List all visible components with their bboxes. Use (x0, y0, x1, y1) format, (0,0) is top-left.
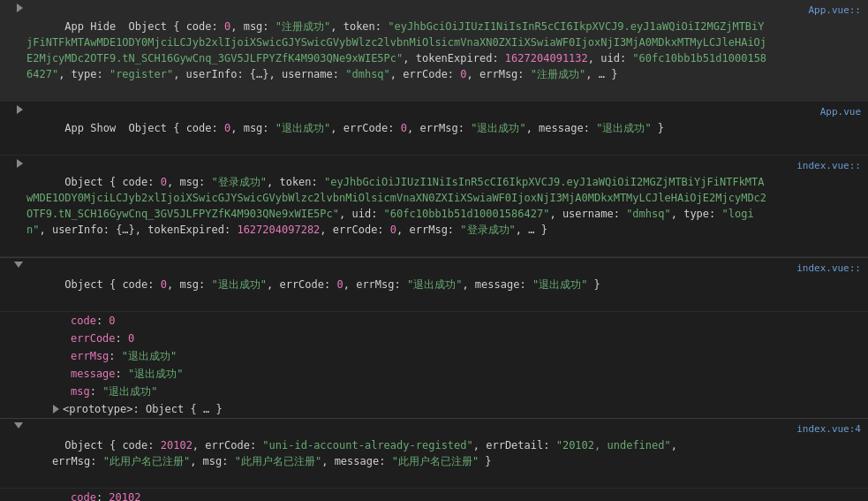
prop-row4-code-content: code: 0 (0, 312, 116, 330)
prop-val-msg: "退出成功" (102, 385, 157, 398)
colon5-1: : (96, 491, 109, 501)
colon2: : (116, 332, 128, 345)
r5v6: "20102, undefined" (556, 439, 671, 452)
proto-label-row4: <prototype>: Object { … } (63, 401, 223, 417)
prop-row4-proto-content: <prototype>: Object { … } (0, 400, 223, 418)
val15: 0 (460, 68, 466, 80)
colon3: : (109, 350, 121, 362)
r3v10: "dmhsq" (626, 208, 671, 220)
r2v2: , msg: (230, 122, 275, 134)
row4-props: code: 0 errCode: 0 errMsg: "退出成功" messag… (0, 312, 868, 418)
toggle-row4[interactable] (0, 258, 26, 268)
prop-val-code: 0 (109, 315, 115, 327)
source-row2: App.vue (771, 102, 868, 123)
source-row4: index.vue:: (771, 258, 868, 279)
collapse-icon-row2 (17, 105, 23, 114)
content-row4: Object { code: 0, msg: "退出成功", errCode: … (26, 258, 771, 311)
r2v3: "退出成功" (275, 122, 330, 134)
r2v9: "退出成功" (596, 122, 651, 134)
prop-row4-msg-content: msg: "退出成功" (0, 383, 158, 400)
r2v6: , errMsg: (407, 122, 471, 134)
r3v15: , errCode: (320, 224, 389, 236)
val6: , tokenExpired: (403, 52, 505, 65)
console-row-1: App Hide Object { code: 0, msg: "注册成功", … (0, 0, 868, 102)
obj-row2: Object { code: (129, 122, 224, 134)
val13: "dmhsq" (345, 68, 390, 80)
prop-key-errMsg: errMsg (71, 350, 109, 362)
r3v2: 0 (161, 176, 167, 188)
content-row2: App Show Object { code: 0, msg: "退出成功", … (26, 102, 771, 155)
r2v10: } (652, 122, 664, 134)
prop-val-errMsg: "退出成功" (122, 350, 177, 362)
r3v14: 1627204097282 (237, 224, 320, 236)
toggle-row5[interactable] (0, 419, 26, 429)
r4v7: "退出成功" (407, 278, 462, 291)
r5v3: , errCode: (192, 439, 262, 452)
r3v11: , type: (671, 208, 722, 220)
r5v5: , errDetail: (473, 439, 556, 452)
val10: , type: (58, 68, 109, 80)
val14: , errCode: (390, 68, 460, 80)
prop-row4-errMsg-content: errMsg: "退出成功" (0, 347, 177, 365)
r5v13: } (479, 455, 491, 467)
toggle-row3[interactable] (0, 156, 26, 168)
r5v12: "此用户名已注册" (392, 455, 479, 467)
expand-icon-row4 (14, 262, 23, 268)
prop-row4-errCode: errCode: 0 (0, 330, 868, 347)
prop-row4-code: code: 0 (0, 312, 868, 330)
r4v4: , errCode: (267, 278, 336, 291)
prop-key-msg: msg (71, 385, 90, 398)
r4v1: 0 (161, 278, 167, 291)
prop-key-code: code (71, 315, 96, 327)
r3v13: , userInfo: {…}, tokenExpired: (39, 224, 237, 236)
r3v8: "60fc10bb1b51d10001586427" (384, 208, 550, 220)
toggle-row1[interactable] (0, 0, 26, 12)
source-row3: index.vue:: (771, 156, 868, 177)
prefix-row1: App Hide (64, 20, 128, 33)
console-row-2: App Show Object { code: 0, msg: "退出成功", … (0, 102, 868, 156)
val7: 1627204091132 (505, 52, 588, 65)
proto-icon-row4 (53, 405, 59, 414)
r5v4: "uni-id-account-already-registed" (262, 439, 472, 452)
prop-row4-errCode-content: errCode: 0 (0, 330, 134, 347)
colon1: : (96, 315, 109, 327)
r5v10: "此用户名已注册" (235, 455, 321, 467)
val3: "注册成功" (275, 20, 330, 33)
prop-key-errCode: errCode (71, 332, 116, 345)
console-row-4-header: Object { code: 0, msg: "退出成功", errCode: … (0, 257, 868, 312)
val16: , errMsg: (467, 68, 531, 80)
prop-row5-code: code: 20102 (0, 489, 868, 501)
val12: , userInfo: {…}, username: (173, 68, 345, 80)
val4: , token: (330, 20, 388, 33)
r4v3: "退出成功" (212, 278, 267, 291)
prop-row4-msg: msg: "退出成功" (0, 383, 868, 400)
r5v11: , message: (321, 455, 391, 467)
r5v2: 20102 (161, 439, 192, 452)
source-row1: App.vue:: (771, 0, 868, 21)
r4v6: , errMsg: (343, 278, 407, 291)
console-row-3: Object { code: 0, msg: "登录成功", token: "e… (0, 156, 868, 257)
r3v17: , errMsg: (396, 224, 460, 236)
r3v16: 0 (390, 224, 396, 236)
content-row1: App Hide Object { code: 0, msg: "注册成功", … (26, 0, 771, 101)
row5-props: code: 20102 errCode: "uni-id-account-alr… (0, 489, 868, 501)
collapse-icon-row3 (17, 159, 23, 168)
console-row-5-header: Object { code: 20102, errCode: "uni-id-a… (0, 418, 868, 489)
prop-row4-proto: <prototype>: Object { … } (0, 400, 868, 418)
r5v9: , msg: (190, 455, 235, 467)
r4v5: 0 (336, 278, 343, 291)
val8: , uid: (588, 52, 633, 65)
r4v9: "退出成功" (532, 278, 587, 291)
r5v8: "此用户名已注册" (103, 455, 190, 467)
prop-row4-message: message: "退出成功" (0, 365, 868, 383)
r3v1: Object { code: (64, 176, 160, 188)
prop-val-errCode: 0 (128, 332, 134, 345)
colon4: : (116, 368, 128, 380)
r2v5: 0 (401, 122, 407, 134)
r3v7: , uid: (339, 208, 384, 220)
r3v4: "登录成功" (212, 176, 267, 188)
toggle-row2[interactable] (0, 102, 26, 114)
prop-row4-message-content: message: "退出成功" (0, 365, 183, 383)
r2v8: , message: (526, 122, 596, 134)
content-row5: Object { code: 20102, errCode: "uni-id-a… (26, 419, 771, 488)
